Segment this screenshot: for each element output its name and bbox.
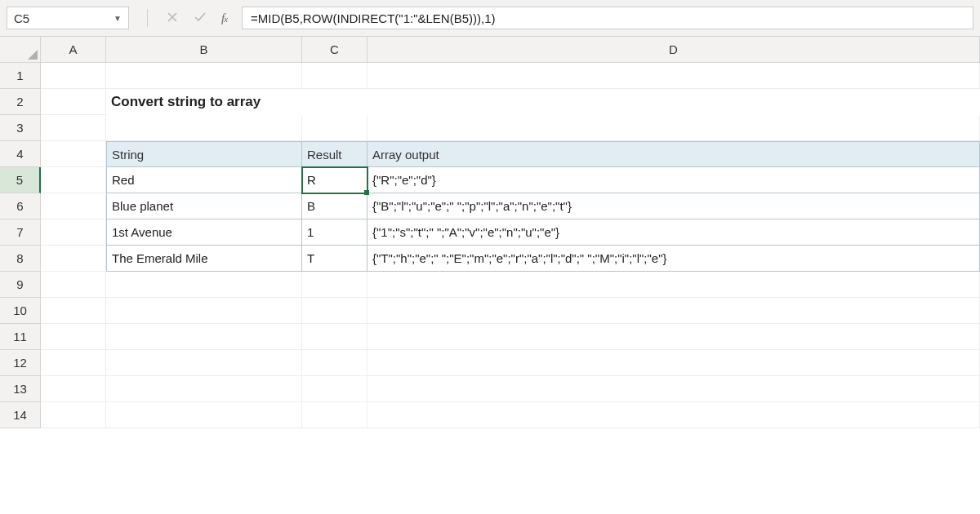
cell[interactable] <box>106 272 302 298</box>
formula-text: =MID(B5,ROW(INDIRECT("1:"&LEN(B5))),1) <box>251 11 495 25</box>
table-cell-output[interactable]: {"B";"l";"u";"e";" ";"p";"l";"a";"n";"e"… <box>368 193 980 219</box>
chevron-down-icon[interactable]: ▼ <box>114 14 122 23</box>
cell[interactable] <box>302 324 368 350</box>
table-cell-string[interactable]: 1st Avenue <box>106 219 302 246</box>
cell[interactable] <box>41 272 106 298</box>
formula-bar-buttons: fx <box>137 9 234 27</box>
table-header-output[interactable]: Array output <box>368 141 980 167</box>
cell[interactable] <box>41 350 106 376</box>
table-cell-string[interactable]: Blue planet <box>106 193 302 219</box>
cell[interactable] <box>106 350 302 376</box>
table-cell-string[interactable]: Red <box>106 167 302 193</box>
cell[interactable] <box>41 402 106 428</box>
col-header-A[interactable]: A <box>41 37 106 63</box>
formula-bar: C5 ▼ fx =MID(B5,ROW(INDIRECT("1:"&LEN(B5… <box>0 0 980 37</box>
row-header[interactable]: 11 <box>0 324 41 350</box>
cell[interactable] <box>106 402 302 428</box>
row-header[interactable]: 13 <box>0 376 41 402</box>
row-header[interactable]: 3 <box>0 115 41 141</box>
table-cell-result[interactable]: R <box>302 167 368 193</box>
cell[interactable] <box>41 246 106 272</box>
cell[interactable] <box>106 298 302 324</box>
cancel-icon[interactable] <box>166 11 179 26</box>
table-cell-string[interactable]: The Emerald Mile <box>106 246 302 272</box>
formula-input[interactable]: =MID(B5,ROW(INDIRECT("1:"&LEN(B5))),1) <box>242 7 973 29</box>
cell[interactable] <box>368 324 980 350</box>
select-all-corner[interactable] <box>0 37 41 63</box>
cell[interactable] <box>368 63 980 89</box>
cell[interactable] <box>41 63 106 89</box>
cell[interactable] <box>368 298 980 324</box>
cell[interactable] <box>302 298 368 324</box>
table-cell-result[interactable]: 1 <box>302 219 368 246</box>
cell[interactable] <box>106 376 302 402</box>
cell[interactable] <box>302 272 368 298</box>
name-box-value: C5 <box>14 11 29 25</box>
cell[interactable] <box>302 350 368 376</box>
row-header[interactable]: 8 <box>0 246 41 272</box>
name-box[interactable]: C5 ▼ <box>7 7 129 29</box>
row-header[interactable]: 4 <box>0 141 41 167</box>
cell[interactable] <box>302 376 368 402</box>
cell[interactable] <box>41 141 106 167</box>
row-header[interactable]: 5 <box>0 167 41 193</box>
cell[interactable] <box>106 63 302 89</box>
row-header[interactable]: 12 <box>0 350 41 376</box>
fx-icon[interactable]: fx <box>221 11 227 25</box>
cell[interactable] <box>41 89 106 115</box>
table-cell-output[interactable]: {"1";"s";"t";" ";"A";"v";"e";"n";"u";"e"… <box>368 219 980 246</box>
cell[interactable] <box>106 324 302 350</box>
col-header-B[interactable]: B <box>106 37 302 63</box>
table-cell-output[interactable]: {"R";"e";"d"} <box>368 167 980 193</box>
cell[interactable] <box>41 193 106 219</box>
cell[interactable] <box>41 376 106 402</box>
page-title: Convert string to array <box>106 89 980 115</box>
spreadsheet-grid[interactable]: A B C D 1 2 Convert string to array 3 4 … <box>0 37 980 428</box>
cell[interactable] <box>302 115 368 141</box>
cell[interactable] <box>368 272 980 298</box>
cell[interactable] <box>302 63 368 89</box>
cell[interactable] <box>41 298 106 324</box>
cell[interactable] <box>41 219 106 246</box>
row-header[interactable]: 1 <box>0 63 41 89</box>
cell[interactable] <box>368 376 980 402</box>
table-header-result[interactable]: Result <box>302 141 368 167</box>
cell[interactable] <box>368 115 980 141</box>
table-cell-result[interactable]: T <box>302 246 368 272</box>
row-header[interactable]: 2 <box>0 89 41 115</box>
table-cell-result[interactable]: B <box>302 193 368 219</box>
col-header-C[interactable]: C <box>302 37 368 63</box>
row-header[interactable]: 10 <box>0 298 41 324</box>
cell[interactable] <box>368 402 980 428</box>
cell[interactable] <box>106 115 302 141</box>
cell[interactable] <box>368 350 980 376</box>
row-header[interactable]: 7 <box>0 219 41 246</box>
confirm-icon[interactable] <box>194 11 207 26</box>
col-header-D[interactable]: D <box>368 37 980 63</box>
table-cell-output[interactable]: {"T";"h";"e";" ";"E";"m";"e";"r";"a";"l"… <box>368 246 980 272</box>
separator <box>147 9 148 27</box>
row-header[interactable]: 6 <box>0 193 41 219</box>
cell[interactable] <box>41 115 106 141</box>
table-header-string[interactable]: String <box>106 141 302 167</box>
cell[interactable] <box>41 167 106 193</box>
row-header[interactable]: 9 <box>0 272 41 298</box>
cell[interactable] <box>41 324 106 350</box>
cell[interactable] <box>302 402 368 428</box>
row-header[interactable]: 14 <box>0 402 41 428</box>
